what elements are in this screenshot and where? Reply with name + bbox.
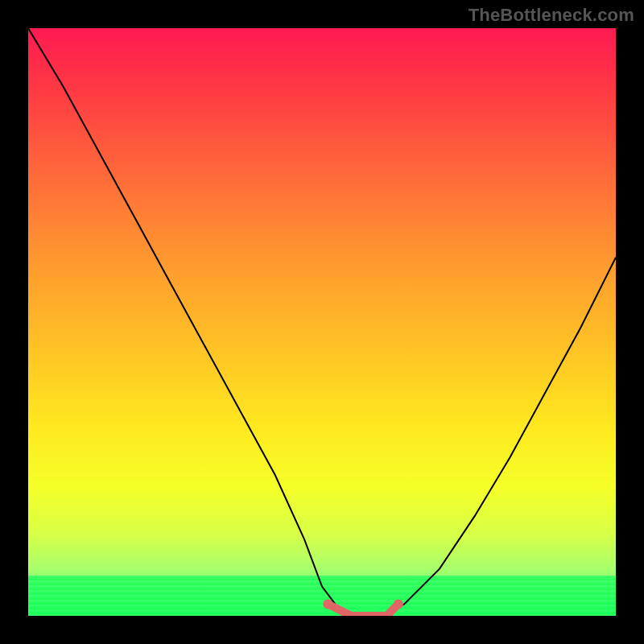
optimum-highlight [328, 604, 398, 616]
highlight-dot-right [394, 599, 403, 609]
chart-svg [28, 28, 616, 616]
plot-area [28, 28, 616, 616]
watermark-text: TheBottleneck.com [469, 5, 634, 26]
bottleneck-curve [28, 28, 616, 616]
highlight-dot-left [323, 599, 332, 609]
chart-frame: TheBottleneck.com [0, 0, 644, 644]
